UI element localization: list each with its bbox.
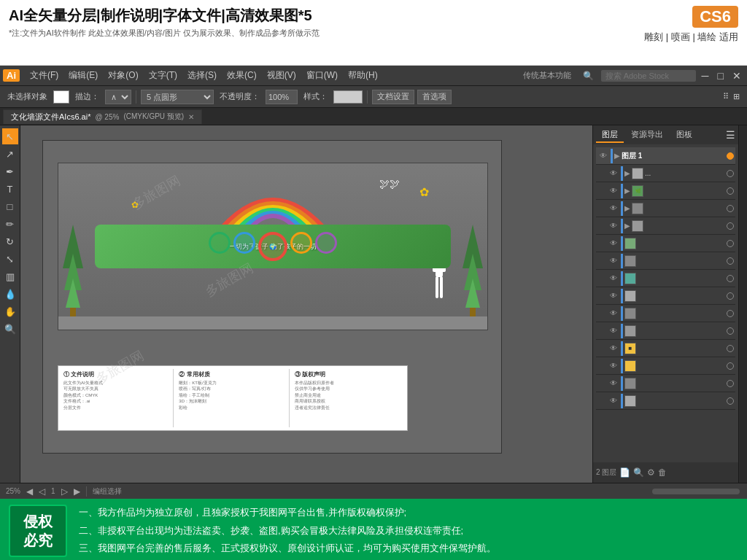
layer-eye-11[interactable]: 👁 (608, 343, 619, 354)
layer-settings-icon[interactable]: ⚙ (647, 467, 655, 478)
layer-dot-1[interactable] (727, 170, 734, 177)
tab-layers[interactable]: 图层 (596, 128, 624, 143)
layer-dot-10[interactable] (727, 327, 734, 335)
layer-eye-9[interactable]: 👁 (608, 308, 619, 319)
layer-dot-14[interactable] (727, 397, 734, 405)
layer-eye-5[interactable]: 👁 (608, 238, 619, 249)
menu-object[interactable]: 对象(O) (104, 68, 142, 83)
doc-setup-btn[interactable]: 文档设置 (372, 90, 414, 104)
grid-icon[interactable]: ⊞ (733, 92, 740, 101)
canvas-hscroll[interactable] (614, 489, 741, 494)
layer-sub-5[interactable]: 👁 (596, 235, 735, 252)
maximize-btn[interactable]: □ (715, 69, 727, 83)
layer-dot-13[interactable] (727, 380, 734, 387)
search-layer-icon[interactable]: 🔍 (633, 467, 644, 478)
layer-dot-8[interactable] (727, 292, 734, 300)
layer-eye-12[interactable]: 👁 (608, 360, 619, 372)
right-scrollbar[interactable] (738, 125, 747, 483)
layer-dot-2[interactable] (727, 187, 734, 195)
shape-tool[interactable]: □ (2, 198, 18, 214)
layer-sub-12[interactable]: 👁 (596, 357, 735, 375)
layer-sub-7[interactable]: 👁 (596, 270, 735, 287)
layer-eye-13[interactable]: 👁 (608, 378, 619, 389)
menu-effect[interactable]: 效果(C) (222, 68, 261, 83)
layer-eye-4[interactable]: 👁 (608, 220, 619, 232)
layer-eye-14[interactable]: 👁 (608, 395, 619, 407)
fill-tool[interactable]: ▥ (2, 268, 18, 284)
layer-sub-8[interactable]: 👁 (596, 287, 735, 305)
menu-select[interactable]: 选择(S) (183, 68, 221, 83)
next-art-btn[interactable]: ▷ (61, 486, 68, 497)
layer-dot-5[interactable] (727, 240, 734, 247)
canvas-area[interactable]: 多旅图网 多旅图网 多旅图网 (20, 125, 592, 483)
hscroll-thumb[interactable] (652, 489, 740, 494)
layer-eye-10[interactable]: 👁 (608, 325, 619, 337)
zoom-tool[interactable]: 🔍 (2, 321, 18, 337)
align-icon[interactable]: ⠿ (723, 92, 729, 101)
layer-sub-1[interactable]: 👁 ▶ ... (596, 165, 735, 182)
layer-eye-main[interactable]: 👁 (597, 150, 609, 162)
layer-arr-4[interactable]: ▶ (624, 222, 630, 230)
layer-eye-2[interactable]: 👁 (608, 185, 619, 197)
layer-eye-8[interactable]: 👁 (608, 290, 619, 302)
tab-assets[interactable]: 资源导出 (625, 128, 669, 143)
layer-target-main[interactable] (727, 152, 734, 160)
fill-swatch[interactable] (53, 90, 69, 104)
layer-dot-11[interactable] (727, 345, 734, 352)
menu-file[interactable]: 文件(F) (26, 68, 63, 83)
layer-sub-11[interactable]: 👁 ■ (596, 340, 735, 357)
adobe-stock-search[interactable] (601, 70, 696, 82)
menu-view[interactable]: 视图(V) (263, 68, 301, 83)
tab-artboards[interactable]: 图板 (670, 128, 698, 143)
menu-help[interactable]: 帮助(H) (344, 68, 382, 83)
pen-tool[interactable]: ✒ (2, 163, 18, 179)
layer-arr-3[interactable]: ▶ (624, 204, 630, 212)
layer-sub-6[interactable]: 👁 (596, 252, 735, 270)
prefs-btn[interactable]: 首选项 (417, 90, 452, 104)
point-shape-select[interactable]: 5 点圆形 (141, 90, 214, 104)
delete-layer-icon[interactable]: 🗑 (658, 467, 667, 478)
document-tab[interactable]: 文化墙源文件AIcs6.ai* @ 25% (CMYK/GPU 预览) ✕ (3, 109, 202, 124)
layer-sub-9[interactable]: 👁 (596, 305, 735, 322)
hand-tool[interactable]: ✋ (2, 303, 18, 319)
eyedropper-tool[interactable]: 💧 (2, 286, 18, 302)
new-layer-icon[interactable]: 📄 (619, 467, 630, 478)
layer-dot-7[interactable] (727, 275, 734, 282)
layer-arr-1[interactable]: ▶ (624, 169, 630, 177)
close-btn[interactable]: ✕ (729, 69, 744, 83)
layer-sub-13[interactable]: 👁 (596, 375, 735, 392)
direct-select-tool[interactable]: ↗ (2, 146, 18, 162)
next-page-btn[interactable]: ▶ (74, 486, 80, 497)
layer-dot-4[interactable] (727, 222, 734, 230)
prev-art-btn[interactable]: ◁ (39, 486, 45, 497)
layer-sub-4[interactable]: 👁 ▶ (596, 217, 735, 235)
layer-dot-9[interactable] (727, 310, 734, 317)
text-tool[interactable]: T (2, 181, 18, 197)
menu-text[interactable]: 文字(T) (144, 68, 182, 83)
scale-tool[interactable]: ⤡ (2, 251, 18, 267)
menu-edit[interactable]: 编辑(E) (64, 68, 102, 83)
panel-menu-icon[interactable]: ☰ (726, 129, 735, 141)
layer-dot-6[interactable] (727, 257, 734, 265)
layer-expand-main[interactable]: ▶ (614, 152, 620, 160)
layer-dot-12[interactable] (727, 362, 734, 370)
layer-eye-3[interactable]: 👁 (608, 203, 619, 214)
layer-sub-14[interactable]: 👁 (596, 392, 735, 410)
layer-arr-2[interactable]: ▶ (624, 187, 630, 195)
minimize-btn[interactable]: ─ (699, 69, 712, 83)
stroke-select[interactable]: ∧ (105, 90, 131, 104)
tab-close-btn[interactable]: ✕ (188, 113, 194, 121)
layer-eye-6[interactable]: 👁 (608, 255, 619, 267)
layer-sub-10[interactable]: 👁 (596, 322, 735, 340)
layer-sub-2[interactable]: 👁 ▶ 🌿 (596, 182, 735, 200)
menu-window[interactable]: 窗口(W) (302, 68, 342, 83)
layer-sub-3[interactable]: 👁 ▶ (596, 200, 735, 217)
select-tool[interactable]: ↖ (2, 128, 18, 144)
layer-eye-1[interactable]: 👁 (608, 168, 619, 179)
layer-eye-7[interactable]: 👁 (608, 273, 619, 284)
opacity-input[interactable] (266, 90, 298, 104)
prev-page-btn[interactable]: ◀ (26, 486, 33, 497)
style-swatch[interactable] (333, 90, 363, 104)
layer-main[interactable]: 👁 ▶ 图层 1 (596, 147, 735, 165)
rotate-tool[interactable]: ↻ (2, 233, 18, 249)
